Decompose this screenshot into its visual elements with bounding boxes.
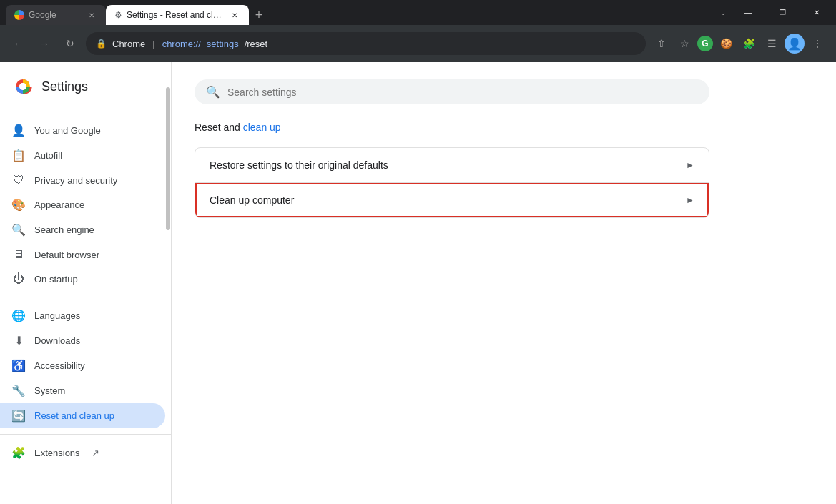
extensions-icon: 🧩 bbox=[11, 446, 26, 460]
tab-close-settings[interactable]: ✕ bbox=[229, 9, 240, 21]
address-actions: ⇧ ☆ G 🍪 🧩 ☰ 👤 ⋮ bbox=[651, 34, 827, 54]
menu-button[interactable]: ⋮ bbox=[807, 34, 827, 54]
profile-avatar: 👤 bbox=[787, 37, 802, 51]
sidebar-label-languages: Languages bbox=[34, 310, 80, 321]
minimize-button[interactable]: — bbox=[732, 3, 764, 23]
sidebar-item-appearance[interactable]: 🎨 Appearance bbox=[0, 192, 165, 217]
sidebar-header: Settings bbox=[0, 68, 171, 109]
sidebar-item-accessibility[interactable]: ♿ Accessibility bbox=[0, 353, 165, 378]
restore-defaults-arrow: ► bbox=[686, 160, 694, 170]
search-icon: 🔍 bbox=[11, 223, 26, 237]
reload-button[interactable]: ↻ bbox=[60, 34, 80, 54]
extension-icon[interactable]: G bbox=[697, 36, 713, 51]
sidebar-item-autofill[interactable]: 📋 Autofill bbox=[0, 143, 165, 168]
new-tab-button[interactable]: + bbox=[249, 5, 269, 25]
google-tab[interactable]: Google ✕ bbox=[6, 5, 106, 25]
extensions-puzzle-button[interactable]: 🧩 bbox=[739, 34, 759, 54]
sidebar-label-autofill: Autofill bbox=[34, 150, 62, 161]
sidebar-item-search[interactable]: 🔍 Search engine bbox=[0, 217, 165, 242]
address-separator: | bbox=[152, 39, 154, 49]
security-icon: 🔒 bbox=[96, 39, 107, 49]
shield-icon: 🛡 bbox=[11, 174, 26, 187]
autofill-icon: 📋 bbox=[11, 149, 26, 162]
settings-card: Restore settings to their original defau… bbox=[195, 147, 709, 218]
system-icon: 🔧 bbox=[11, 384, 26, 397]
back-button[interactable]: ← bbox=[9, 34, 29, 54]
sidebar-label-appearance: Appearance bbox=[34, 199, 84, 210]
sidebar-divider-1 bbox=[0, 297, 171, 297]
search-bar[interactable]: 🔍 bbox=[195, 79, 709, 104]
sidebar-label-downloads: Downloads bbox=[34, 335, 80, 346]
page-title-blue: clean up bbox=[243, 122, 281, 133]
sidebar-scrollbar[interactable] bbox=[165, 62, 171, 504]
sidebar-item-system[interactable]: 🔧 System bbox=[0, 378, 165, 403]
restore-defaults-label: Restore settings to their original defau… bbox=[210, 159, 388, 171]
address-origin: Chrome bbox=[112, 39, 145, 49]
sidebar-item-extensions[interactable]: 🧩 Extensions ↗ bbox=[0, 440, 165, 465]
main-area: Settings 👤 You and Google 📋 Autofill 🛡 P… bbox=[0, 62, 836, 504]
sidebar-label-startup: On startup bbox=[34, 274, 78, 285]
sidebar-toggle-button[interactable]: ☰ bbox=[762, 34, 782, 54]
restore-button[interactable]: ❐ bbox=[766, 3, 799, 23]
bookmark-button[interactable]: ☆ bbox=[674, 34, 694, 54]
search-bar-wrap: 🔍 bbox=[195, 79, 709, 104]
restore-defaults-row[interactable]: Restore settings to their original defau… bbox=[195, 148, 709, 183]
sidebar-label-extensions: Extensions bbox=[34, 448, 80, 458]
accessibility-icon: ♿ bbox=[11, 359, 26, 372]
address-path-suffix: /reset bbox=[245, 39, 268, 49]
sidebar-item-startup[interactable]: ⏻ On startup bbox=[0, 267, 165, 291]
sidebar-label-search: Search engine bbox=[34, 224, 94, 235]
sidebar-item-downloads[interactable]: ⬇ Downloads bbox=[0, 328, 165, 353]
sidebar-label-privacy: Privacy and security bbox=[34, 175, 117, 186]
google-favicon bbox=[14, 10, 24, 20]
sidebar-label-system: System bbox=[34, 385, 65, 396]
sidebar-divider-2 bbox=[0, 434, 171, 435]
clean-computer-arrow: ► bbox=[686, 195, 694, 205]
address-bar-input[interactable]: 🔒 Chrome | chrome:// settings /reset bbox=[86, 32, 646, 55]
settings-page-title: Settings bbox=[41, 79, 88, 94]
tab-close-google[interactable]: ✕ bbox=[86, 9, 97, 21]
search-input[interactable] bbox=[227, 87, 698, 98]
tab-overflow-button[interactable]: ⌄ bbox=[716, 9, 730, 16]
tab-label-settings: Settings - Reset and clean up bbox=[127, 10, 225, 20]
cookies-button[interactable]: 🍪 bbox=[716, 34, 736, 54]
external-link-icon: ↗ bbox=[92, 448, 99, 458]
sidebar-label-you-google: You and Google bbox=[34, 125, 101, 136]
reset-icon: 🔄 bbox=[11, 409, 26, 423]
tabs-area: Google ✕ ⚙ Settings - Reset and clean up… bbox=[0, 0, 716, 25]
appearance-icon: 🎨 bbox=[11, 198, 26, 212]
close-button[interactable]: ✕ bbox=[800, 3, 833, 23]
address-scheme: chrome:// bbox=[162, 39, 201, 49]
share-button[interactable]: ⇧ bbox=[651, 34, 672, 54]
tab-label: Google bbox=[29, 10, 82, 20]
sidebar-item-privacy[interactable]: 🛡 Privacy and security bbox=[0, 168, 165, 192]
person-icon: 👤 bbox=[11, 124, 26, 137]
sidebar-label-default-browser: Default browser bbox=[34, 249, 99, 260]
sidebar-item-default-browser[interactable]: 🖥 Default browser bbox=[0, 242, 165, 267]
page-title-plain: Reset and bbox=[195, 122, 243, 133]
sidebar-search-area bbox=[0, 109, 171, 118]
addressbar: ← → ↻ 🔒 Chrome | chrome:// settings /res… bbox=[0, 25, 836, 62]
sidebar-item-reset[interactable]: 🔄 Reset and clean up bbox=[0, 403, 165, 428]
search-icon-content: 🔍 bbox=[206, 85, 220, 99]
sidebar-item-you-google[interactable]: 👤 You and Google bbox=[0, 118, 165, 143]
sidebar-label-reset: Reset and clean up bbox=[34, 410, 114, 421]
clean-computer-row[interactable]: Clean up computer ► bbox=[195, 183, 709, 217]
forward-button[interactable]: → bbox=[34, 34, 54, 54]
settings-tab[interactable]: ⚙ Settings - Reset and clean up ✕ bbox=[106, 5, 249, 25]
sidebar-scrollbar-thumb bbox=[166, 87, 170, 230]
clean-computer-label: Clean up computer bbox=[210, 194, 294, 206]
svg-point-1 bbox=[19, 83, 26, 90]
window-controls: ⌄ — ❐ ✕ bbox=[716, 0, 836, 25]
sidebar-label-accessibility: Accessibility bbox=[34, 360, 85, 371]
address-path: settings bbox=[207, 39, 239, 49]
languages-icon: 🌐 bbox=[11, 309, 26, 322]
sidebar-item-languages[interactable]: 🌐 Languages bbox=[0, 303, 165, 328]
chrome-logo-icon bbox=[11, 75, 34, 98]
page-title: Reset and clean up bbox=[195, 122, 813, 133]
downloads-icon: ⬇ bbox=[11, 334, 26, 347]
settings-favicon: ⚙ bbox=[114, 10, 122, 20]
profile-button[interactable]: 👤 bbox=[785, 34, 805, 54]
sidebar: Settings 👤 You and Google 📋 Autofill 🛡 P… bbox=[0, 62, 172, 504]
titlebar: Google ✕ ⚙ Settings - Reset and clean up… bbox=[0, 0, 836, 25]
